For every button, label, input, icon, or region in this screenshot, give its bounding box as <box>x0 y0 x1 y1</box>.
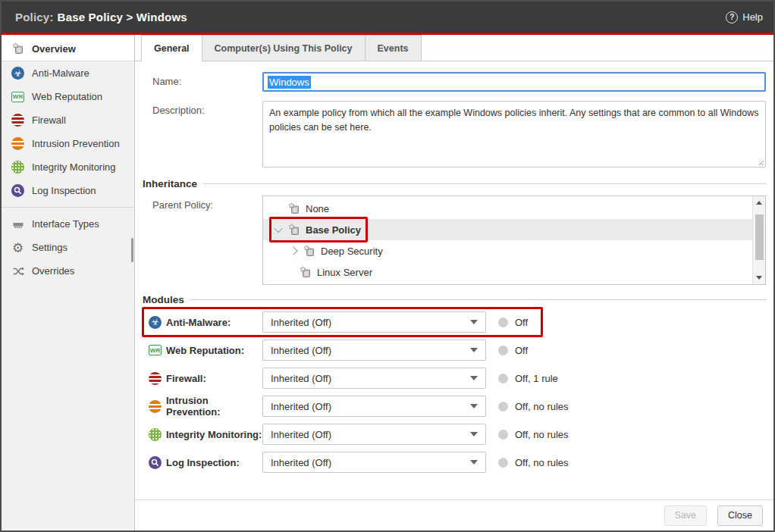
listbox-scrollbar <box>752 196 765 284</box>
description-text: An example policy from which all the exa… <box>269 108 758 133</box>
tree-item-none[interactable]: None <box>263 198 752 219</box>
module-label: Intrusion Prevention: <box>166 395 262 418</box>
modules-section-header: Modules <box>143 294 766 305</box>
close-button[interactable]: Close <box>717 505 763 526</box>
anti-malware-state-dropdown[interactable]: Inherited (Off) <box>262 311 486 333</box>
name-label: Name: <box>143 72 262 87</box>
module-row-log-inspection: Log Inspection: Inherited (Off) Off, no … <box>149 452 766 473</box>
policy-icon <box>303 245 315 257</box>
scroll-up-button[interactable] <box>753 196 765 209</box>
tree-item-deep-security[interactable]: Deep Security <box>263 240 752 261</box>
main-panel: General Computer(s) Using This Policy Ev… <box>135 35 773 530</box>
status-dot <box>498 346 508 355</box>
help-icon: ? <box>726 11 738 23</box>
tab-bar: General Computer(s) Using This Policy Ev… <box>135 35 773 61</box>
module-row-web-reputation: WR Web Reputation: Inherited (Off) Off <box>149 340 766 361</box>
module-status: Off, 1 rule <box>515 373 558 384</box>
tab-computers-using-this-policy[interactable]: Computer(s) Using This Policy <box>202 35 366 61</box>
save-button[interactable]: Save <box>664 505 708 526</box>
sidebar-item-log-inspection[interactable]: Log Inspection <box>2 179 134 202</box>
tab-events[interactable]: Events <box>365 35 422 61</box>
chevron-down-icon[interactable] <box>274 224 282 233</box>
sidebar-item-settings[interactable]: ⚙ Settings <box>2 236 134 259</box>
module-label: Log Inspection: <box>166 457 262 468</box>
module-row-anti-malware: ☣ Anti-Malware: Inherited (Off) Off <box>149 311 766 333</box>
module-label: Web Reputation: <box>166 345 262 356</box>
tree-item-label: Linux Server <box>317 267 372 278</box>
parent-policy-label: Parent Policy: <box>143 196 262 211</box>
module-label: Firewall: <box>166 373 262 384</box>
sidebar-item-label: Intrusion Prevention <box>32 138 120 149</box>
sidebar-item-anti-malware[interactable]: ☣ Anti-Malware <box>2 61 134 85</box>
module-row-firewall: Firewall: Inherited (Off) Off, 1 rule <box>149 368 766 389</box>
parent-policy-listbox: None Base Policy <box>262 196 766 285</box>
footer-bar: Save Close <box>135 499 773 530</box>
dropdown-caret-icon <box>470 320 478 324</box>
sidebar-item-label: Interface Types <box>32 218 99 230</box>
sidebar-scrollbar-thumb[interactable] <box>131 238 133 262</box>
scrollbar-thumb[interactable] <box>755 214 764 260</box>
sidebar-item-overview[interactable]: Overview <box>2 36 134 61</box>
resize-grip-icon[interactable] <box>757 158 764 165</box>
status-dot <box>498 318 508 327</box>
web-reputation-icon: WR <box>11 92 24 102</box>
sidebar-item-web-reputation[interactable]: WR Web Reputation <box>2 85 134 108</box>
dropdown-caret-icon <box>470 404 478 408</box>
integrity-monitoring-icon <box>11 161 24 174</box>
help-label: Help <box>742 11 763 23</box>
sidebar-item-intrusion-prevention[interactable]: Intrusion Prevention <box>2 132 134 155</box>
sidebar-item-firewall[interactable]: Firewall <box>2 108 134 132</box>
title-text: Base Policy > Windows <box>58 11 187 23</box>
description-label: Description: <box>143 101 262 116</box>
selected-text: Windows <box>268 76 311 89</box>
policy-name-input[interactable]: Windows <box>262 72 766 92</box>
log-inspection-state-dropdown[interactable]: Inherited (Off) <box>262 452 486 473</box>
tree-item-base-policy[interactable]: Base Policy <box>263 219 752 240</box>
dropdown-value: Inherited (Off) <box>271 401 331 412</box>
integrity-monitoring-state-dropdown[interactable]: Inherited (Off) <box>262 424 486 445</box>
module-row-integrity-monitoring: Integrity Monitoring: Inherited (Off) Of… <box>149 424 766 445</box>
module-status: Off, no rules <box>515 457 569 468</box>
sidebar-item-label: Integrity Monitoring <box>32 161 116 173</box>
scroll-down-button[interactable] <box>753 271 765 284</box>
dropdown-value: Inherited (Off) <box>271 457 331 468</box>
policy-editor-window: Policy:Base Policy > Windows ? Help Over… <box>0 0 775 532</box>
firewall-state-dropdown[interactable]: Inherited (Off) <box>262 368 486 389</box>
section-title: Modules <box>143 294 184 305</box>
policy-icon <box>288 202 300 214</box>
dropdown-caret-icon <box>470 348 478 352</box>
web-reputation-icon: WR <box>149 345 162 355</box>
module-status: Off, no rules <box>515 401 569 412</box>
sidebar-item-overrides[interactable]: Overrides <box>2 259 134 283</box>
sidebar-item-interface-types[interactable]: Interface Types <box>2 212 134 236</box>
log-inspection-icon <box>11 184 24 197</box>
firewall-icon <box>11 114 24 127</box>
module-label: Anti-Malware: <box>166 317 262 328</box>
module-status: Off, no rules <box>515 429 569 440</box>
tab-general[interactable]: General <box>141 35 202 61</box>
page-title: Policy:Base Policy > Windows <box>15 11 187 23</box>
policy-icon <box>300 266 312 278</box>
status-dot <box>498 430 508 440</box>
help-button[interactable]: ? Help <box>726 11 763 23</box>
section-title: Inheritance <box>143 178 197 189</box>
module-status: Off <box>515 317 528 328</box>
dropdown-value: Inherited (Off) <box>271 429 331 440</box>
dropdown-caret-icon <box>470 376 478 380</box>
sidebar-divider <box>2 207 134 208</box>
interface-types-icon <box>11 217 24 230</box>
sidebar-item-integrity-monitoring[interactable]: Integrity Monitoring <box>2 155 134 179</box>
chevron-right-icon[interactable] <box>289 246 297 255</box>
intrusion-prevention-state-dropdown[interactable]: Inherited (Off) <box>262 396 486 417</box>
dropdown-value: Inherited (Off) <box>271 317 331 328</box>
sidebar-item-label: Log Inspection <box>32 185 96 196</box>
sidebar-item-label: Firewall <box>32 114 66 126</box>
tree-item-partial[interactable] <box>263 283 752 285</box>
sidebar: Overview ☣ Anti-Malware WR Web Reputatio… <box>2 35 135 530</box>
tree-item-linux-server[interactable]: Linux Server <box>263 261 752 283</box>
general-tab-content: Name: Windows Description: An example po… <box>135 61 773 499</box>
inheritance-section-header: Inheritance <box>143 178 766 189</box>
description-textarea[interactable]: An example policy from which all the exa… <box>262 101 766 167</box>
web-reputation-state-dropdown[interactable]: Inherited (Off) <box>262 340 486 361</box>
intrusion-prevention-icon <box>11 137 24 150</box>
